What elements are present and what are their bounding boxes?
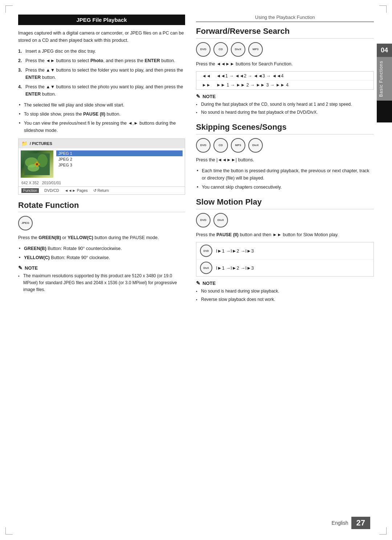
forward-disc-icons: DVD CD DivX MP3 xyxy=(196,42,374,57)
skip-bullets: Each time the button is pressed during p… xyxy=(196,167,374,191)
disc-cd: CD xyxy=(213,42,228,57)
rotate-bullet-1: GREEN(B) Button: Rotate 90° counterclock… xyxy=(18,245,185,252)
slow-note-2: Reverse slow playback does not work. xyxy=(196,296,374,303)
forward-note-header: ✎ NOTE xyxy=(196,93,374,99)
playback-header: Using the Playback Function xyxy=(196,15,374,22)
rotate-note-1: The maximum resolutions supported by thi… xyxy=(18,273,185,294)
slow-note-list: No sound is heard during slow playback. … xyxy=(196,288,374,303)
skip-disc-mp3: MP3 xyxy=(231,138,245,153)
slow-speed-table: DVD I►1 →I►2 →I►3 DivX I►1 →I►2 →I►3 xyxy=(196,242,374,277)
file-jpeg2: JPEG 2 xyxy=(56,156,183,162)
screenshot-footer: Function DVD/CD ◄◄► Pages ↺ Return xyxy=(19,186,185,194)
skip-title: Skipping Scenes/Songs xyxy=(196,122,374,134)
rotate-bullets: GREEN(B) Button: Rotate 90° counterclock… xyxy=(18,245,185,261)
rev-icon: ◄◄ xyxy=(200,73,213,78)
slow-divx-speed: I►1 →I►2 →I►3 xyxy=(216,265,254,271)
forward-note-box: ✎ NOTE During the fast playback of the C… xyxy=(196,93,374,116)
slow-desc: Press the PAUSE (II) button and then ►► … xyxy=(196,231,374,238)
slow-icon-divx: DivX xyxy=(200,262,212,274)
jpeg-steps: 1. Insert a JPEG disc on the disc tray. … xyxy=(18,48,185,98)
file-jpeg3: JPEG 3 xyxy=(56,162,183,168)
forward-desc: Press the ◄◄►► buttons for Search Functi… xyxy=(196,60,374,68)
forward-note-2: No sound is heard during the fast playba… xyxy=(196,109,374,116)
screenshot-body: JPEG 1 JPEG 2 JPEG 3 xyxy=(19,148,185,180)
screenshot-file-list: JPEG 1 JPEG 2 JPEG 3 xyxy=(56,150,183,178)
skip-bullet-2: You cannot skip chapters consecutively. xyxy=(196,184,374,191)
file-jpeg1: JPEG 1 xyxy=(56,150,183,156)
fwd-icon: ►► xyxy=(200,82,213,88)
bullet-1: The selected file will play and slide sh… xyxy=(18,101,185,109)
rotate-bullet-2: YELLOW(C) Button: Rotate 90° clockwise. xyxy=(18,254,185,261)
right-column: Using the Playback Function Forward/Reve… xyxy=(196,15,374,525)
folder-icon: 📁 xyxy=(21,141,28,146)
screenshot-header: 📁 / PICTURES xyxy=(19,139,185,148)
rotate-disc-icons: JPEG xyxy=(18,216,185,230)
slow-note-1: No sound is heard during slow playback. xyxy=(196,288,374,295)
screenshot-path: / PICTURES xyxy=(30,141,52,146)
speed-row-rev: ◄◄ ◄◄1 → ◄◄2 → ◄◄3 → ◄◄4 xyxy=(196,72,373,81)
slow-note-box: ✎ NOTE No sound is heard during slow pla… xyxy=(196,280,374,303)
step-4: 4. Press the ▲▼ buttons to select the ph… xyxy=(18,83,185,98)
jpeg-disc-icon: JPEG xyxy=(18,216,33,230)
slow-title: Slow Motion Play xyxy=(196,197,374,209)
disc-divx: DivX xyxy=(231,42,245,57)
footer-return: ↺ Return xyxy=(93,188,109,193)
fwd-speed-text: ►► 1 → ►► 2 → ►► 3 → ►► 4 xyxy=(216,82,289,88)
slow-disc-dvd: DVD xyxy=(196,213,211,227)
screenshot-box: 📁 / PICTURES xyxy=(18,138,185,195)
skip-desc: Press the |◄◄►►| buttons. xyxy=(196,156,374,164)
footer-pages: ◄◄► Pages xyxy=(65,188,88,193)
rotate-title: Rotate Function xyxy=(18,201,185,212)
skip-disc-dvd: DVD xyxy=(196,138,211,153)
forward-note-1: During the fast playback of the CD, soun… xyxy=(196,101,374,108)
rotate-note-list: The maximum resolutions supported by thi… xyxy=(18,273,185,294)
rotate-note-header: ✎ NOTE xyxy=(18,265,185,271)
slow-icon-dvd: DVD xyxy=(200,245,212,257)
footer-language: English xyxy=(332,520,348,526)
slow-dvd-speed: I►1 →I►2 →I►3 xyxy=(216,248,254,254)
left-column: JPEG File Playback Images captured with … xyxy=(18,15,185,525)
screenshot-image xyxy=(21,150,53,178)
step-1: 1. Insert a JPEG disc on the disc tray. xyxy=(18,48,185,55)
skip-disc-cd: CD xyxy=(213,138,228,153)
slow-disc-divx: DivX xyxy=(213,213,228,227)
slow-disc-icons: DVD DivX xyxy=(196,213,374,227)
forward-title: Forward/Reverse Search xyxy=(196,27,374,39)
slow-note-header: ✎ NOTE xyxy=(196,280,374,286)
step-2: 2. Press the ◄► buttons to select Photo,… xyxy=(18,57,185,64)
bullet-3: You can view the previous/next fi le by … xyxy=(18,120,185,134)
slow-row-dvd: DVD I►1 →I►2 →I►3 xyxy=(196,242,373,259)
disc-mp3: MP3 xyxy=(248,42,263,57)
footer-function-label: Function xyxy=(21,188,39,193)
note-pencil-icon-3: ✎ xyxy=(196,280,200,286)
skip-disc-icons: DVD CD MP3 DivX xyxy=(196,138,374,153)
slow-row-divx: DivX I►1 →I►2 →I►3 xyxy=(196,259,373,276)
speed-row-fwd: ►► ►► 1 → ►► 2 → ►► 3 → ►► 4 xyxy=(196,81,373,89)
forward-speed-table: ◄◄ ◄◄1 → ◄◄2 → ◄◄3 → ◄◄4 ►► ►► 1 → ►► 2 … xyxy=(196,71,374,90)
rotate-note-box: ✎ NOTE The maximum resolutions supported… xyxy=(18,265,185,294)
jpeg-intro: Images captured with a digital camera or… xyxy=(18,29,185,44)
note-pencil-icon-2: ✎ xyxy=(196,93,200,99)
rev-speed-text: ◄◄1 → ◄◄2 → ◄◄3 → ◄◄4 xyxy=(216,73,283,78)
skip-bullet-1: Each time the button is pressed during p… xyxy=(196,167,374,182)
screenshot-meta: 642 X 352 2010/01/01 xyxy=(19,180,185,186)
page-footer: English 27 xyxy=(332,517,370,529)
rotate-intro: Press the GREEN(B) or YELLOW(C) button d… xyxy=(18,234,185,241)
note-pencil-icon: ✎ xyxy=(18,265,23,271)
footer-page-number: 27 xyxy=(351,517,370,529)
bullet-2: To stop slide show, press the PAUSE (II)… xyxy=(18,110,185,118)
step-3: 3. Press the ▲▼ buttons to select the fo… xyxy=(18,67,185,81)
disc-dvd: DVD xyxy=(196,42,211,57)
footer-disc: DVD/CD xyxy=(44,188,59,193)
jpeg-header: JPEG File Playback xyxy=(18,15,185,25)
svg-point-6 xyxy=(36,163,38,165)
jpeg-bullets: The selected file will play and slide sh… xyxy=(18,101,185,134)
skip-disc-divx: DivX xyxy=(248,138,263,153)
forward-note-list: During the fast playback of the CD, soun… xyxy=(196,101,374,116)
